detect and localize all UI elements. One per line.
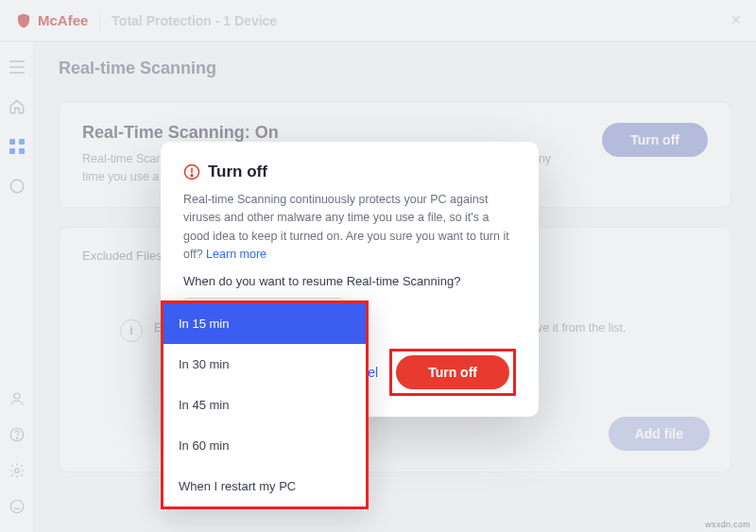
warning-icon	[183, 163, 200, 180]
resume-dropdown: In 15 min In 30 min In 45 min In 60 min …	[161, 300, 369, 509]
modal-title: Turn off	[208, 163, 267, 181]
dropdown-option[interactable]: When I restart my PC	[163, 466, 366, 506]
dropdown-option[interactable]: In 60 min	[163, 425, 366, 466]
modal-description: Real-time Scanning continuously protects…	[183, 191, 516, 265]
confirm-turn-off-button[interactable]: Turn off	[396, 355, 509, 389]
dropdown-option[interactable]: In 45 min	[163, 385, 366, 425]
svg-point-11	[191, 175, 193, 177]
watermark: wsxdn.com	[705, 520, 750, 529]
modal-question: When do you want to resume Real-time Sca…	[183, 274, 516, 288]
dropdown-option[interactable]: In 30 min	[163, 344, 366, 385]
dropdown-option[interactable]: In 15 min	[163, 303, 366, 344]
learn-more-link[interactable]: Learn more	[206, 248, 266, 261]
turn-off-highlight: Turn off	[389, 349, 516, 396]
